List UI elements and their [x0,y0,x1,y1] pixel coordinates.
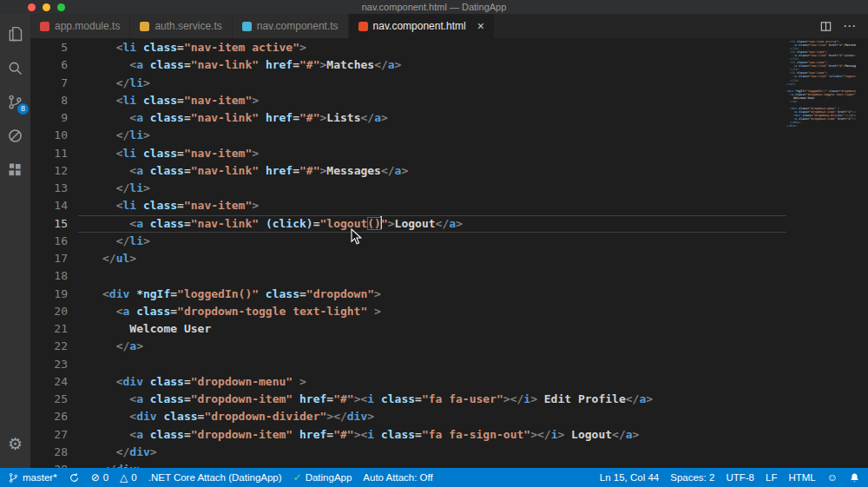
minimize-window-button[interactable] [43,3,50,11]
tab-auth.service.ts[interactable]: auth.service.ts [130,14,232,38]
code-line[interactable]: 25 <a class="dropdown-item" href="#"><i … [30,391,786,408]
line-number[interactable]: 9 [30,109,78,127]
activity-bar-item-manage[interactable]: ⚙ [0,427,30,461]
line-number[interactable]: 15 [30,215,78,233]
code-line[interactable]: 13 </li> [30,180,786,197]
line-number[interactable]: 11 [30,145,78,162]
code-lines[interactable]: 5 <li class="nav-item active">6 <a class… [30,38,786,468]
line-number[interactable]: 26 [30,408,78,425]
code-line[interactable]: 17</ul> [30,250,786,267]
line-number[interactable]: 28 [30,444,78,461]
status-task-datingapp[interactable]: ✓DatingApp [293,472,352,483]
close-window-button[interactable] [28,3,36,11]
code-line-text: </div> [78,461,786,468]
activity-bar-item-debug[interactable] [0,119,30,153]
activity-bar-item-search[interactable] [0,51,30,85]
status-label: Auto Attach: Off [363,472,432,483]
status-error-count[interactable]: ⊘0 [91,472,108,483]
code-line[interactable]: 12 <a class="nav-link" href="#">Messages… [30,162,786,180]
code-line[interactable]: 24 <div class="dropdown-menu" > [30,373,786,391]
line-number[interactable]: 12 [30,162,78,180]
status-sync[interactable] [69,472,80,484]
line-number[interactable]: 13 [30,180,78,197]
code-line-text: </li> [78,233,786,250]
line-number[interactable]: 17 [30,250,78,267]
line-number[interactable]: 23 [30,356,78,373]
status-auto-attach[interactable]: Auto Attach: Off [363,472,432,483]
status-right: Ln 15, Col 44Spaces: 2UTF-8LFHTML☺ [600,472,860,484]
activity-bar-item-source-control[interactable]: 8 [0,85,30,119]
code-line[interactable]: 22 </a> [30,338,786,355]
tab-label: app.module.ts [55,20,120,32]
line-number[interactable]: 22 [30,338,78,355]
code-line-text: </li> [78,75,786,92]
code-line[interactable]: 18 [30,267,786,285]
activity-bar-item-extensions[interactable] [0,153,30,187]
code-line-text: </ul> [78,250,786,267]
line-number[interactable]: 5 [30,39,78,56]
line-number[interactable]: 8 [30,92,78,109]
code-line[interactable]: 5 <li class="nav-item active"> [30,39,786,56]
status-language-mode[interactable]: HTML [788,472,815,483]
line-number[interactable]: 6 [30,56,78,74]
status-debug-config[interactable]: .NET Core Attach (DatingApp) [148,472,282,483]
code-line[interactable]: 28 </div> [30,444,786,461]
code-line[interactable]: 19<div *ngIf="loggedIn()" class="dropdow… [30,286,786,303]
tab-label: auth.service.ts [155,20,221,32]
minimap[interactable]: <li class="nav-item active"> <a class="n… [786,38,856,468]
line-number[interactable]: 29 [30,461,78,468]
code-line[interactable]: 16 </li> [30,233,786,250]
status-cursor-position[interactable]: Ln 15, Col 44 [600,472,659,483]
zoom-window-button[interactable] [57,3,65,11]
tab-nav.component.ts[interactable]: nav.component.ts [233,14,349,38]
line-number[interactable]: 16 [30,233,78,250]
line-number[interactable]: 18 [30,267,78,285]
code-line[interactable]: 14 <li class="nav-item"> [30,197,786,214]
code-line[interactable]: 21 Welcome User [30,320,786,338]
status-warning-count[interactable]: △0 [120,472,137,483]
vscode-window: nav.component.html — DatingApp 8⚙ app.mo… [0,0,868,487]
line-number[interactable]: 21 [30,320,78,338]
tab-nav.component.html[interactable]: nav.component.html× [349,14,495,38]
line-number[interactable]: 27 [30,426,78,444]
status-indentation[interactable]: Spaces: 2 [670,472,714,483]
close-tab-icon[interactable]: × [477,20,484,32]
code-line[interactable]: 10 </li> [30,127,786,144]
line-number[interactable]: 25 [30,391,78,408]
code-line-text: <a class="nav-link" (click)="logout()">L… [78,215,786,233]
code-line[interactable]: 6 <a class="nav-link" href="#">Matches</… [30,56,786,74]
line-number[interactable]: 7 [30,75,78,92]
line-number[interactable]: 20 [30,303,78,320]
tab-app.module.ts[interactable]: app.module.ts [30,14,130,38]
code-line[interactable]: 9 <a class="nav-link" href="#">Lists</a> [30,109,786,127]
status-feedback[interactable]: ☺ [827,472,838,483]
status-eol[interactable]: LF [766,472,777,483]
code-line-text: </li> [78,180,786,197]
overview-ruler[interactable] [856,38,868,468]
code-line-text: Welcome User [78,320,786,338]
bell-icon [849,472,860,484]
activity-bar-item-explorer[interactable] [0,17,30,51]
status-git-branch[interactable]: master* [8,472,57,484]
code-line-text: <li class="nav-item"> [78,197,786,214]
code-line[interactable]: 26 <div class="dropdown-divider"></div> [30,408,786,425]
code-line[interactable]: 15 <a class="nav-link" (click)="logout()… [30,215,786,233]
split-editor-icon[interactable] [819,20,832,33]
tab-label: nav.component.ts [257,20,339,32]
code-line[interactable]: 23 [30,356,786,373]
code-line[interactable]: 20 <a class="dropdown-toggle text-light"… [30,303,786,320]
line-number[interactable]: 19 [30,286,78,303]
status-encoding[interactable]: UTF-8 [726,472,754,483]
status-label: Ln 15, Col 44 [600,472,659,483]
code-line[interactable]: 27 <a class="dropdown-item" href="#"><i … [30,426,786,444]
line-number[interactable]: 10 [30,127,78,144]
line-number[interactable]: 24 [30,373,78,391]
status-notifications[interactable] [849,472,860,484]
code-line[interactable]: 11 <li class="nav-item"> [30,145,786,162]
tab-bar: app.module.tsauth.service.tsnav.componen… [30,14,868,38]
code-line[interactable]: 7 </li> [30,75,786,92]
code-line[interactable]: 8 <li class="nav-item"> [30,92,786,109]
code-line[interactable]: 29</div> [30,461,786,468]
ellipsis-icon[interactable]: ⋯ [843,18,856,34]
line-number[interactable]: 14 [30,197,78,214]
